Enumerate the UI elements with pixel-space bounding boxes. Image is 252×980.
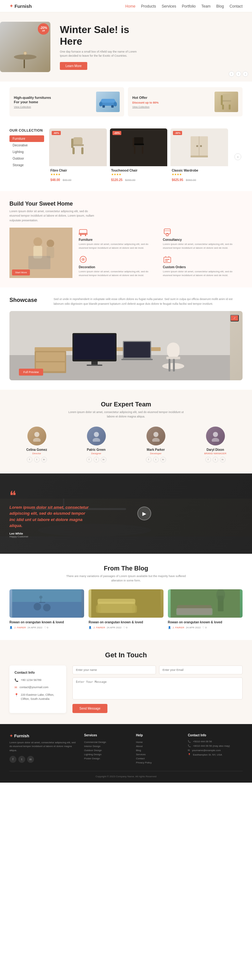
- promo-1-link[interactable]: View Collection: [14, 105, 51, 108]
- promo-2-link[interactable]: View Collection: [132, 105, 159, 108]
- team-2-linkedin[interactable]: in: [101, 457, 107, 463]
- nav-home[interactable]: Home: [125, 4, 136, 8]
- contact-heading: Get In Touch: [10, 651, 242, 659]
- team-2-name: Patric Green: [69, 448, 123, 452]
- build-layout: Start More Furniture Lorem ipsum dolor s…: [10, 228, 242, 278]
- promo-card-1: High-quality furnituresFor your home Vie…: [10, 87, 124, 116]
- blog-2-image: [89, 589, 163, 618]
- blog-2-author-icon: 👤: [89, 626, 92, 629]
- category-lighting[interactable]: Lighting: [10, 149, 44, 155]
- svg-rect-17: [71, 138, 73, 148]
- blog-3-date: 24 APR 2022: [186, 626, 201, 629]
- nav-products[interactable]: Products: [141, 4, 156, 8]
- nav-services[interactable]: Services: [162, 4, 176, 8]
- svg-rect-18: [72, 147, 75, 154]
- footer-service-1[interactable]: Commercial Design: [84, 740, 130, 744]
- svg-point-45: [83, 259, 84, 260]
- footer-facebook[interactable]: f: [10, 756, 16, 763]
- contact-section: Get In Touch Contact Info 📞 +80 1234 567…: [0, 640, 252, 724]
- svg-rect-13: [222, 105, 224, 110]
- category-furniture[interactable]: Furniture: [10, 135, 44, 142]
- badge-discount: -20%: [40, 26, 47, 30]
- footer-logo-text: Furnish: [14, 733, 29, 738]
- footer-help-2[interactable]: About: [136, 744, 182, 748]
- blog-1-image: [10, 589, 84, 618]
- product-3-badge: -30%: [173, 131, 182, 135]
- team-4-linkedin[interactable]: in: [220, 457, 225, 463]
- svg-rect-20: [134, 137, 144, 144]
- team-2-facebook[interactable]: f: [86, 457, 92, 463]
- team-4-role: BRAND MANAGER: [188, 452, 242, 455]
- testimonial-play-button[interactable]: ▶: [137, 506, 151, 520]
- nav-team[interactable]: Team: [201, 4, 211, 8]
- feature-2-desc: Lorem ipsum dolor sit amet, consectetur …: [163, 242, 242, 250]
- svg-rect-7: [101, 99, 115, 103]
- blog-3-image: [168, 589, 242, 618]
- team-3-twitter[interactable]: t: [153, 457, 159, 463]
- collection-next-arrow[interactable]: ›: [234, 153, 241, 160]
- blog-2-author: J. FAIRER: [93, 626, 105, 629]
- footer-address-icon: 📍: [188, 753, 191, 756]
- chair-image: [215, 92, 238, 112]
- hero-next-arrow[interactable]: ›: [236, 71, 241, 77]
- category-decorative[interactable]: Decorative: [10, 142, 44, 149]
- decoration-icon: [79, 255, 88, 264]
- team-4-twitter[interactable]: t: [213, 457, 218, 463]
- send-message-button[interactable]: Send Message: [72, 704, 107, 713]
- team-4-facebook[interactable]: f: [206, 457, 211, 463]
- hero-next-arrow-2[interactable]: ›: [242, 71, 248, 77]
- showcase-header: Showcase Sed ut unde in reprehenderit in…: [10, 297, 242, 306]
- promo-2-title: Hot Offer: [132, 95, 159, 100]
- team-3-linkedin[interactable]: in: [160, 457, 166, 463]
- footer-services-col: Services Commercial Design Interior Desi…: [84, 733, 130, 765]
- footer-service-2[interactable]: Interior Design: [84, 744, 130, 748]
- email-input[interactable]: [159, 665, 242, 674]
- category-outdoor[interactable]: Outdoor: [10, 155, 44, 162]
- contact-info-box: Contact Info 📞 +80 1234 56789 ✉ contact@…: [10, 665, 66, 713]
- showcase-fullscreen-button[interactable]: ⤢: [230, 315, 239, 321]
- footer-email-icon: ✉: [188, 749, 190, 752]
- footer-help-4[interactable]: Services: [136, 752, 182, 756]
- team-2-twitter[interactable]: t: [94, 457, 99, 463]
- name-input[interactable]: [72, 665, 156, 674]
- team-card-3: Mark Parker Developer f t in: [129, 426, 183, 463]
- sale-badge: -20% off: [38, 23, 49, 35]
- product-1-image: -60%: [49, 129, 107, 166]
- svg-rect-14: [229, 105, 231, 110]
- svg-point-70: [94, 432, 99, 437]
- full-preview-button[interactable]: Full Preview: [19, 369, 43, 375]
- svg-rect-62: [121, 359, 153, 360]
- nav-blog[interactable]: Blog: [216, 4, 224, 8]
- team-3-facebook[interactable]: f: [146, 457, 152, 463]
- svg-rect-10: [222, 94, 230, 100]
- footer-service-5[interactable]: Poster Design: [84, 756, 130, 760]
- hero-prev-arrow[interactable]: ‹: [229, 71, 234, 77]
- nav-portfolio[interactable]: Portfolio: [182, 4, 196, 8]
- footer-service-4[interactable]: Lighting Design: [84, 752, 130, 756]
- team-1-twitter[interactable]: t: [34, 457, 40, 463]
- team-1-social: f t in: [10, 457, 64, 463]
- svg-point-74: [213, 432, 218, 437]
- footer-help-5[interactable]: Contact: [136, 756, 182, 760]
- category-storage[interactable]: Storage: [10, 162, 44, 169]
- blog-1-title: Rowan on orangutan known & loved: [10, 620, 84, 625]
- svg-rect-48: [165, 261, 168, 261]
- team-1-facebook[interactable]: f: [27, 457, 32, 463]
- badge-off: off: [42, 30, 45, 32]
- footer-instagram[interactable]: in: [27, 756, 34, 763]
- fibre-chair-svg: [69, 135, 87, 160]
- footer-help-1[interactable]: Home: [136, 740, 182, 744]
- build-more-button[interactable]: Start More: [12, 269, 30, 275]
- product-card-3: -30% Classic Wardrobe ★★★★ $625.95 $960.…: [171, 129, 228, 185]
- nav-contact[interactable]: Contact: [230, 4, 242, 8]
- hero-cta-button[interactable]: Learn More: [60, 62, 87, 70]
- message-textarea[interactable]: [72, 678, 242, 700]
- product-2-name: Touchwood Chair: [111, 169, 166, 172]
- svg-rect-59: [87, 364, 102, 366]
- footer-help-3[interactable]: Blog: [136, 748, 182, 752]
- footer-service-3[interactable]: Outdoor Design: [84, 748, 130, 752]
- footer-twitter[interactable]: t: [18, 756, 25, 763]
- footer-help-6[interactable]: Privacy Policy: [136, 760, 182, 765]
- team-1-linkedin[interactable]: in: [41, 457, 47, 463]
- blog-1-meta: 👤 J. FAIRER 24 APR 2022 ♡ 0: [10, 626, 84, 629]
